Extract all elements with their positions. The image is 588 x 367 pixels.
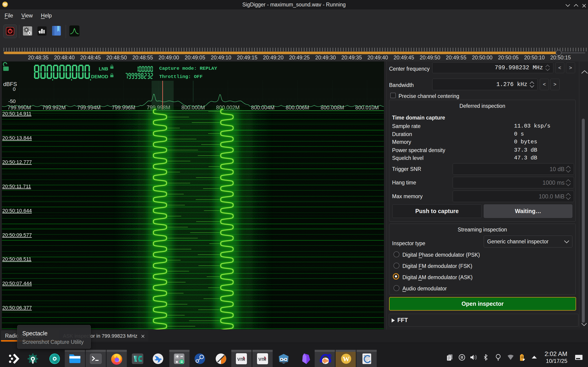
svg-text:20:49:50: 20:49:50 — [420, 55, 440, 60]
svg-text:-50: -50 — [8, 98, 16, 104]
svg-text:20:49:20: 20:49:20 — [263, 55, 284, 60]
svg-text:20:49:55: 20:49:55 — [446, 55, 467, 60]
svg-text:LNB: LNB — [99, 66, 108, 71]
svg-text:20:50:14.911: 20:50:14.911 — [2, 111, 32, 117]
svg-text:20:50:10: 20:50:10 — [524, 55, 545, 60]
svg-text:Capture mode: REPLAY: Capture mode: REPLAY — [159, 66, 217, 71]
svg-text:W: W — [343, 355, 350, 363]
svg-text:20:50:10.644: 20:50:10.644 — [2, 208, 32, 214]
svg-text:20:48:35: 20:48:35 — [28, 55, 49, 60]
svg-text:20:50:13.844: 20:50:13.844 — [2, 135, 32, 141]
svg-text:20:50:08.511: 20:50:08.511 — [2, 256, 32, 262]
svg-text:20:48:50: 20:48:50 — [106, 55, 127, 60]
svg-text:20:48:45: 20:48:45 — [80, 55, 101, 60]
svg-text:20:50:06.377: 20:50:06.377 — [2, 305, 32, 311]
svg-text:20:49:25: 20:49:25 — [289, 55, 310, 60]
svg-text:20:50:11.711: 20:50:11.711 — [2, 184, 31, 189]
svg-text:799.990M: 799.990M — [8, 105, 31, 110]
svg-text:20:49:05: 20:49:05 — [185, 55, 205, 60]
svg-text:20:49:40: 20:49:40 — [367, 55, 388, 60]
svg-text:20:49:10: 20:49:10 — [211, 55, 232, 60]
svg-text:800.010M: 800.010M — [355, 105, 379, 110]
svg-text:Throttling: OFF: Throttling: OFF — [159, 74, 203, 79]
svg-text:20:50:09.577: 20:50:09.577 — [2, 232, 32, 238]
svg-text:800.008M: 800.008M — [321, 105, 344, 110]
svg-text:20:50:12.777: 20:50:12.777 — [2, 159, 32, 165]
svg-text:20:49:45: 20:49:45 — [394, 55, 414, 60]
svg-text:20:50:15: 20:50:15 — [550, 55, 571, 60]
svg-text:799.994M: 799.994M — [77, 105, 101, 110]
svg-text:20:50:00: 20:50:00 — [472, 55, 493, 60]
svg-text:20:48:40: 20:48:40 — [54, 55, 75, 60]
svg-text:20:49:35: 20:49:35 — [341, 55, 362, 60]
svg-text:799.992M: 799.992M — [42, 105, 66, 110]
svg-text:20:50:07.444: 20:50:07.444 — [2, 281, 32, 286]
svg-text:DEMOD: DEMOD — [91, 74, 108, 79]
svg-text:800.004M: 800.004M — [251, 105, 275, 110]
svg-text:20:49:15: 20:49:15 — [237, 55, 258, 60]
svg-text:20:49:00: 20:49:00 — [158, 55, 179, 60]
svg-text:20:50:05: 20:50:05 — [498, 55, 519, 60]
svg-text:20:48:55: 20:48:55 — [132, 55, 153, 60]
svg-text:20:49:30: 20:49:30 — [315, 55, 336, 60]
